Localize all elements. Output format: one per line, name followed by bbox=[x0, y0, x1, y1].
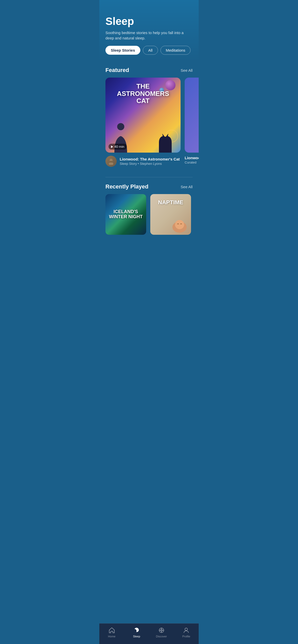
recently-played-title: Recently Played bbox=[105, 183, 148, 190]
recently-played-header: Recently Played See All bbox=[105, 183, 193, 190]
card-info-2: Lionwood Curated bbox=[185, 156, 199, 164]
card-info: Lionwood: The Astronomer's Cat Sleep Sto… bbox=[105, 156, 181, 167]
rp-card-image-naptime: NAptiME bbox=[150, 194, 191, 235]
recently-played-grid: ICELAND'S WINTER NIGHT NAptiME bbox=[99, 194, 199, 239]
filter-tab-all[interactable]: All bbox=[143, 46, 158, 55]
rp-card-naptime[interactable]: NAptiME bbox=[150, 194, 191, 235]
naptime-title: NAptiME bbox=[150, 199, 191, 206]
duration-text: 40 min bbox=[114, 145, 124, 149]
featured-section: Featured See All bbox=[99, 61, 199, 171]
featured-scroll: The Astronomers Cat 40 min bbox=[99, 78, 199, 171]
header: Sleep Soothing bedtime stories to help y… bbox=[99, 0, 199, 61]
recently-played-section: Recently Played See All ICELAND'S WINTER… bbox=[99, 177, 199, 239]
avatar bbox=[105, 156, 117, 167]
featured-see-all[interactable]: See All bbox=[181, 68, 193, 72]
astronomers-cat-background: The Astronomers Cat bbox=[105, 78, 181, 153]
iceland-title: ICELAND'S WINTER NIGHT bbox=[105, 207, 146, 222]
filter-tab-meditations[interactable]: Meditations bbox=[160, 46, 191, 55]
filter-tab-sleep-stories[interactable]: Sleep Stories bbox=[105, 46, 140, 55]
cat-silhouette bbox=[158, 132, 173, 153]
featured-header: Featured See All bbox=[105, 67, 193, 74]
cat-face-icon bbox=[171, 217, 188, 235]
iceland-background: ICELAND'S WINTER NIGHT bbox=[105, 194, 146, 235]
recently-played-see-all[interactable]: See All bbox=[181, 185, 193, 189]
card-text-info-2: Lionwood Curated bbox=[185, 156, 199, 164]
card-name-2: Lionwood bbox=[185, 156, 199, 160]
duration-badge: 40 min bbox=[109, 144, 127, 150]
avatar-icon bbox=[107, 158, 115, 165]
astronomers-cat-title: The Astronomers Cat bbox=[105, 83, 181, 105]
svg-point-0 bbox=[117, 123, 124, 130]
card-meta: Sleep Story • Stephen Lyons bbox=[120, 162, 180, 166]
featured-title: Featured bbox=[105, 67, 129, 74]
page-title: Sleep bbox=[105, 15, 193, 27]
avatar-inner bbox=[105, 156, 117, 167]
featured-card-astronomers-cat[interactable]: The Astronomers Cat 40 min bbox=[105, 78, 181, 167]
featured-card-image: The Astronomers Cat 40 min bbox=[105, 78, 181, 153]
featured-card-lionwood[interactable]: Lionwood Curated bbox=[185, 78, 199, 167]
card-name: Lionwood: The Astronomer's Cat bbox=[120, 157, 180, 161]
svg-point-2 bbox=[109, 162, 113, 165]
rp-card-image-iceland: ICELAND'S WINTER NIGHT bbox=[105, 194, 146, 235]
svg-point-5 bbox=[175, 220, 184, 229]
bottom-spacer bbox=[99, 239, 199, 264]
rp-card-iceland[interactable]: ICELAND'S WINTER NIGHT bbox=[105, 194, 146, 235]
page-subtitle: Soothing bedtime stories to help you fal… bbox=[105, 30, 193, 41]
card-meta-2: Curated bbox=[185, 160, 199, 164]
featured-card-image-2 bbox=[185, 78, 199, 153]
card-text-info: Lionwood: The Astronomer's Cat Sleep Sto… bbox=[120, 157, 180, 166]
filter-tabs: Sleep StoriesAllMeditationsToolsMusic bbox=[105, 46, 193, 56]
naptime-background: NAptiME bbox=[150, 194, 191, 235]
play-icon bbox=[111, 145, 113, 148]
svg-point-3 bbox=[110, 161, 112, 163]
